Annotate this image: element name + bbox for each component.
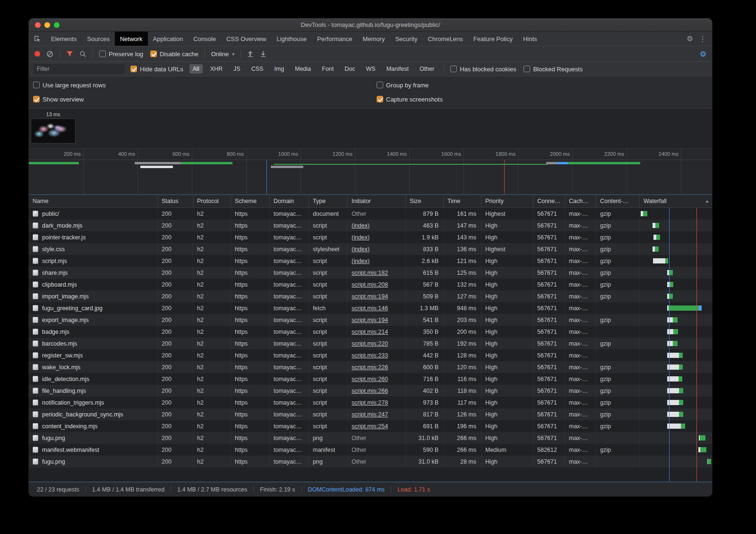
filter-type-js[interactable]: JS xyxy=(230,64,244,74)
column-header-size[interactable]: Size xyxy=(406,195,444,207)
table-row[interactable]: clipboard.mjs200h2httpstomayac…scriptscr… xyxy=(29,279,712,290)
initiator-link[interactable]: script.mjs:278 xyxy=(352,399,388,406)
option-group-by-frame[interactable]: Group by frame xyxy=(377,82,712,89)
table-row[interactable]: script.mjs200h2httpstomayac…script(index… xyxy=(29,255,712,267)
table-row[interactable]: share.mjs200h2httpstomayac…scriptscript.… xyxy=(29,267,712,279)
table-row[interactable]: dark_mode.mjs200h2httpstomayac…script(in… xyxy=(29,220,712,231)
initiator-link[interactable]: script.mjs:260 xyxy=(352,376,388,382)
table-row[interactable]: content_indexing.mjs200h2httpstomayac…sc… xyxy=(29,420,712,432)
disable-cache-checkbox[interactable] xyxy=(150,51,157,57)
hide-data-urls-checkbox[interactable] xyxy=(130,66,137,72)
filter-type-img[interactable]: Img xyxy=(271,64,287,74)
column-header-cach[interactable]: Cach… xyxy=(565,195,596,207)
screenshot-thumbnail[interactable] xyxy=(31,119,76,144)
initiator-link[interactable]: script.mjs:194 xyxy=(352,293,388,300)
column-header-status[interactable]: Status xyxy=(158,195,193,207)
export-har-button[interactable] xyxy=(260,51,266,57)
table-row[interactable]: export_image.mjs200h2httpstomayac…script… xyxy=(29,314,712,326)
table-row[interactable]: fugu_greeting_card.jpg200h2httpstomayac…… xyxy=(29,302,712,314)
filter-type-css[interactable]: CSS xyxy=(248,64,267,74)
tab-feature-policy[interactable]: Feature Policy xyxy=(468,32,518,46)
option-show-overview-checkbox[interactable] xyxy=(33,96,40,102)
option-capture-screenshots-checkbox[interactable] xyxy=(377,96,383,102)
blocked-requests[interactable]: Blocked Requests xyxy=(524,66,583,73)
minimize-window-button[interactable] xyxy=(44,22,50,28)
tab-hints[interactable]: Hints xyxy=(518,32,542,46)
table-row[interactable]: import_image.mjs200h2httpstomayac…script… xyxy=(29,290,712,302)
option-use-large-request-rows-checkbox[interactable] xyxy=(33,82,40,88)
initiator-link[interactable]: script.mjs:233 xyxy=(352,352,388,359)
column-header-scheme[interactable]: Scheme xyxy=(231,195,270,207)
filter-type-xhr[interactable]: XHR xyxy=(207,64,226,74)
table-row[interactable]: badge.mjs200h2httpstomayac…scriptscript.… xyxy=(29,326,712,338)
column-header-priority[interactable]: Priority xyxy=(481,195,533,207)
filter-type-all[interactable]: All xyxy=(189,64,203,74)
initiator-link[interactable]: script.mjs:208 xyxy=(352,281,388,288)
disable-cache[interactable]: Disable cache xyxy=(150,51,198,58)
table-row[interactable]: pointer-tracker.js200h2httpstomayac…scri… xyxy=(29,231,712,243)
throttling-dropdown[interactable]: Online ▾ xyxy=(211,51,235,58)
network-conditions-gear-icon[interactable]: ⚙ xyxy=(700,50,706,59)
network-overview-timeline[interactable]: 200 ms400 ms600 ms800 ms1000 ms1200 ms14… xyxy=(29,149,712,195)
tab-lighthouse[interactable]: Lighthouse xyxy=(271,32,312,46)
hide-data-urls[interactable]: Hide data URLs xyxy=(130,66,183,73)
has-blocked-cookies-checkbox[interactable] xyxy=(450,66,457,72)
preserve-log-checkbox[interactable] xyxy=(99,51,106,57)
tab-memory[interactable]: Memory xyxy=(357,32,390,46)
tab-sources[interactable]: Sources xyxy=(82,32,115,46)
option-show-overview[interactable]: Show overview xyxy=(33,96,377,103)
table-row[interactable]: fugu.png200h2httpstomayac…pngOther31.0 k… xyxy=(29,432,712,444)
tab-performance[interactable]: Performance xyxy=(312,32,357,46)
column-header-conne[interactable]: Conne… xyxy=(533,195,565,207)
column-header-domain[interactable]: Domain xyxy=(270,195,309,207)
table-row[interactable]: file_handling.mjs200h2httpstomayac…scrip… xyxy=(29,385,712,397)
table-row[interactable]: idle_detection.mjs200h2httpstomayac…scri… xyxy=(29,373,712,385)
column-header-time[interactable]: Time xyxy=(444,195,481,207)
initiator-link[interactable]: script.mjs:247 xyxy=(352,411,388,418)
tab-console[interactable]: Console xyxy=(188,32,221,46)
initiator-link[interactable]: (index) xyxy=(352,246,369,253)
option-group-by-frame-checkbox[interactable] xyxy=(377,82,383,88)
has-blocked-cookies[interactable]: Has blocked cookies xyxy=(450,66,516,73)
search-button[interactable] xyxy=(79,51,86,58)
filter-toggle-button[interactable] xyxy=(66,51,73,57)
filter-input[interactable] xyxy=(34,64,124,74)
import-har-button[interactable] xyxy=(247,51,254,57)
table-row[interactable]: barcodes.mjs200h2httpstomayac…scriptscri… xyxy=(29,338,712,349)
initiator-link[interactable]: script.mjs:220 xyxy=(352,340,388,347)
table-row[interactable]: register_sw.mjs200h2httpstomayac…scripts… xyxy=(29,349,712,361)
table-row[interactable]: fugu.png200h2httpstomayac…pngOther31.0 k… xyxy=(29,456,712,467)
table-row[interactable]: manifest.webmanifest200h2httpstomayac…ma… xyxy=(29,444,712,456)
clear-network-log-button[interactable] xyxy=(46,51,53,58)
tab-application[interactable]: Application xyxy=(148,32,189,46)
tab-network[interactable]: Network xyxy=(115,32,148,46)
close-window-button[interactable] xyxy=(35,22,41,28)
filter-type-media[interactable]: Media xyxy=(292,64,314,74)
option-use-large-request-rows[interactable]: Use large request rows xyxy=(33,82,377,89)
filter-type-font[interactable]: Font xyxy=(318,64,337,74)
filter-type-ws[interactable]: WS xyxy=(363,64,379,74)
column-header-initiator[interactable]: Initiator xyxy=(348,195,406,207)
zoom-window-button[interactable] xyxy=(54,22,60,28)
column-header-content[interactable]: Content-… xyxy=(596,195,640,207)
option-capture-screenshots[interactable]: Capture screenshots xyxy=(377,96,712,103)
initiator-link[interactable]: script.mjs:146 xyxy=(352,305,388,312)
record-network-log-button[interactable] xyxy=(34,51,40,57)
filter-type-other[interactable]: Other xyxy=(416,64,438,74)
filter-type-manifest[interactable]: Manifest xyxy=(383,64,412,74)
table-row[interactable]: periodic_background_sync.mjs200h2httpsto… xyxy=(29,408,712,420)
tab-css-overview[interactable]: CSS Overview xyxy=(221,32,272,46)
initiator-link[interactable]: (index) xyxy=(352,258,369,264)
initiator-link[interactable]: script.mjs:254 xyxy=(352,423,388,430)
column-header-protocol[interactable]: Protocol xyxy=(193,195,231,207)
table-row[interactable]: public/200h2httpstomayac…documentOther87… xyxy=(29,208,712,220)
more-options-kebab-icon[interactable]: ⋮ xyxy=(699,34,706,43)
initiator-link[interactable]: (index) xyxy=(352,234,369,241)
inspect-element-button[interactable] xyxy=(29,32,46,46)
blocked-requests-checkbox[interactable] xyxy=(524,66,530,72)
settings-gear-icon[interactable]: ⚙ xyxy=(687,34,693,43)
column-header-waterfall[interactable]: Waterfall▲ xyxy=(640,195,712,207)
table-row[interactable]: style.css200h2httpstomayac…stylesheet(in… xyxy=(29,243,712,255)
filter-type-doc[interactable]: Doc xyxy=(341,64,358,74)
initiator-link[interactable]: script.mjs:266 xyxy=(352,388,388,394)
